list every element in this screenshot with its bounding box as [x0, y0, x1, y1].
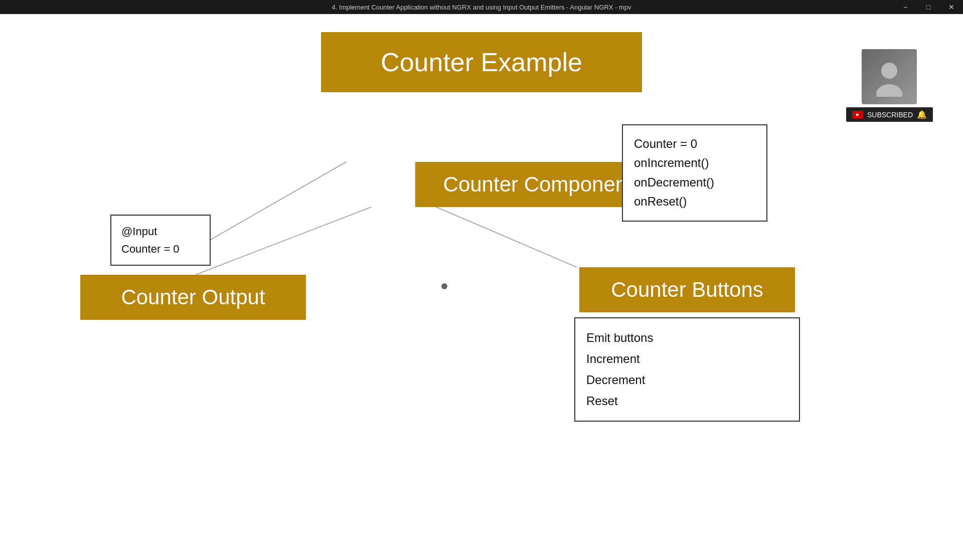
info-line-3: onDecrement() — [634, 173, 755, 192]
emit-info-text: Emit buttons Increment Decrement Reset — [586, 327, 788, 412]
counter-component-title: Counter Component — [443, 172, 633, 197]
cursor — [441, 283, 447, 289]
titlebar-title: 4. Implement Counter Application without… — [332, 4, 631, 11]
main-content: Counter Example Counter Component Counte… — [0, 14, 963, 560]
avatar — [862, 49, 917, 104]
input-info-box: @Input Counter = 0 — [110, 215, 211, 266]
avatar-area: SUBSCRIBED 🔔 — [846, 49, 933, 122]
titlebar: 4. Implement Counter Application without… — [0, 0, 963, 14]
counter-buttons-title: Counter Buttons — [611, 278, 763, 302]
info-line-1: Counter = 0 — [634, 134, 755, 153]
emit-line-3: Decrement — [586, 369, 788, 391]
svg-point-3 — [881, 63, 897, 79]
avatar-placeholder — [862, 49, 917, 104]
titlebar-controls: − □ ✕ — [894, 0, 963, 14]
bell-icon: 🔔 — [917, 110, 927, 119]
header-title: Counter Example — [381, 47, 582, 77]
close-button[interactable]: ✕ — [940, 0, 963, 14]
subscribed-bar: SUBSCRIBED 🔔 — [846, 107, 933, 122]
counter-component-info-text: Counter = 0 onIncrement() onDecrement() … — [634, 134, 755, 212]
svg-line-2 — [211, 162, 346, 240]
emit-line-1: Emit buttons — [586, 327, 788, 348]
youtube-icon — [852, 111, 863, 119]
emit-info-box: Emit buttons Increment Decrement Reset — [574, 317, 800, 422]
svg-line-0 — [196, 207, 371, 275]
svg-point-4 — [876, 84, 902, 97]
minimize-button[interactable]: − — [894, 0, 917, 14]
counter-buttons-box: Counter Buttons — [579, 267, 795, 312]
restore-button[interactable]: □ — [917, 0, 940, 14]
header-box: Counter Example — [321, 32, 642, 92]
counter-output-box: Counter Output — [80, 275, 306, 320]
emit-line-4: Reset — [586, 391, 788, 412]
subscribed-label: SUBSCRIBED — [867, 111, 913, 119]
counter-output-title: Counter Output — [121, 285, 265, 309]
person-silhouette-icon — [869, 57, 909, 97]
input-line-1: @Input — [121, 223, 200, 240]
svg-line-1 — [436, 207, 577, 267]
info-line-2: onIncrement() — [634, 153, 755, 172]
input-line-2: Counter = 0 — [121, 240, 200, 258]
emit-line-2: Increment — [586, 348, 788, 369]
counter-component-info-box: Counter = 0 onIncrement() onDecrement() … — [622, 124, 767, 222]
input-info-text: @Input Counter = 0 — [121, 223, 200, 258]
info-line-4: onReset() — [634, 192, 755, 211]
